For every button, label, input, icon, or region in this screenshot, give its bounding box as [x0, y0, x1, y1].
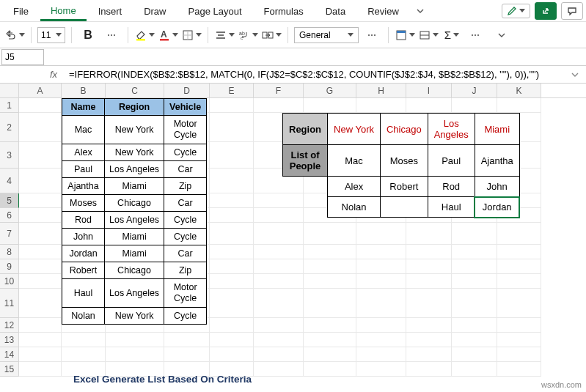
cell[interactable] [164, 333, 210, 347]
table-cell[interactable]: Moses [62, 195, 105, 212]
cell[interactable] [210, 245, 254, 259]
cell[interactable] [304, 98, 356, 113]
cell[interactable] [254, 347, 304, 362]
cell[interactable] [356, 223, 406, 245]
cell[interactable] [406, 289, 452, 318]
tabs-more-icon[interactable] [411, 3, 430, 19]
table-cell[interactable]: Nolan [62, 308, 105, 325]
cell[interactable] [406, 245, 452, 259]
cell[interactable] [452, 362, 497, 377]
cell[interactable] [19, 318, 62, 333]
column-header[interactable]: K [497, 84, 541, 97]
cell[interactable] [254, 245, 304, 259]
cell[interactable] [19, 274, 62, 289]
cell[interactable] [356, 259, 406, 274]
cell[interactable] [304, 347, 356, 362]
cell[interactable] [497, 362, 541, 377]
table-cell[interactable]: Ajantha [475, 145, 519, 177]
cell[interactable] [497, 223, 541, 245]
column-header[interactable]: B [62, 84, 106, 97]
cell[interactable] [452, 333, 497, 347]
cell[interactable] [210, 169, 254, 193]
cell[interactable] [406, 362, 452, 377]
table-cell[interactable]: Haul [62, 279, 105, 308]
tab-review[interactable]: Review [357, 1, 409, 20]
tab-home[interactable]: Home [40, 1, 87, 21]
cell[interactable] [304, 362, 356, 377]
cell[interactable] [452, 245, 497, 259]
row-header[interactable]: 3 [0, 142, 19, 169]
cell[interactable] [304, 318, 356, 333]
cell[interactable] [497, 245, 541, 259]
column-header[interactable]: D [164, 84, 210, 97]
cell[interactable] [452, 223, 497, 245]
column-header[interactable]: J [452, 84, 497, 97]
cell[interactable] [106, 333, 164, 347]
cell[interactable] [210, 223, 254, 245]
table-cell[interactable]: Nolan [328, 197, 381, 218]
row-header[interactable]: 15 [0, 362, 19, 377]
table-cell[interactable]: Miami [105, 229, 164, 245]
table-cell[interactable]: New York [105, 116, 164, 144]
table-cell[interactable]: Los Angeles [105, 161, 164, 178]
cell[interactable] [106, 347, 164, 362]
row-header[interactable]: 13 [0, 333, 19, 347]
cell[interactable] [497, 347, 541, 362]
row-header[interactable]: 14 [0, 347, 19, 362]
cell[interactable] [210, 193, 254, 208]
tab-formulas[interactable]: Formulas [254, 1, 314, 20]
tab-draw[interactable]: Draw [133, 1, 176, 20]
cell[interactable] [452, 318, 497, 333]
cell[interactable] [210, 113, 254, 142]
cell[interactable] [304, 289, 356, 318]
cell[interactable] [406, 259, 452, 274]
cell[interactable] [210, 142, 254, 169]
table-cell[interactable]: Mac [328, 145, 381, 177]
table-cell[interactable]: Rod [62, 212, 105, 229]
row-header[interactable]: 12 [0, 318, 19, 333]
cell[interactable] [19, 113, 62, 142]
cell[interactable] [210, 259, 254, 274]
tab-file[interactable]: File [3, 1, 39, 20]
cell[interactable] [304, 333, 356, 347]
cell[interactable] [210, 347, 254, 362]
table-cell[interactable]: Jordan [475, 197, 519, 218]
cell[interactable] [210, 98, 254, 113]
column-header[interactable]: A [19, 84, 62, 97]
table-cell[interactable]: Alex [62, 144, 105, 161]
table-cell[interactable]: Paul [62, 161, 105, 178]
table-cell[interactable]: New York [105, 144, 164, 161]
fill-color-button[interactable] [134, 26, 155, 45]
cell[interactable] [62, 333, 106, 347]
source-table[interactable]: NameRegionVehicle MacNew YorkMotorCycleA… [62, 98, 207, 325]
row-header[interactable]: 5 [0, 193, 19, 208]
column-header[interactable]: F [254, 84, 304, 97]
table-cell[interactable] [380, 197, 428, 218]
cell[interactable] [406, 318, 452, 333]
cell[interactable] [452, 347, 497, 362]
city-header[interactable]: Chicago [380, 114, 428, 145]
cell[interactable] [254, 259, 304, 274]
table-cell[interactable]: Ajantha [62, 178, 105, 195]
mode-toggle[interactable] [502, 4, 530, 18]
select-all-corner[interactable] [0, 84, 19, 97]
table-cell[interactable]: Cycle [164, 144, 207, 161]
cell[interactable] [19, 98, 62, 113]
table-cell[interactable]: Cycle [164, 308, 207, 325]
cell[interactable] [356, 333, 406, 347]
table-cell[interactable]: Cycle [164, 229, 207, 245]
share-button[interactable] [535, 2, 557, 20]
column-header[interactable]: E [210, 84, 254, 97]
row-header[interactable]: 9 [0, 259, 19, 274]
cell[interactable] [356, 318, 406, 333]
cell[interactable] [452, 259, 497, 274]
row-header[interactable]: 7 [0, 223, 19, 245]
cell[interactable] [356, 289, 406, 318]
table-cell[interactable]: Rod [428, 177, 475, 197]
cell[interactable] [356, 98, 406, 113]
cell[interactable] [19, 362, 62, 377]
undo-button[interactable] [4, 26, 25, 45]
number-more-button[interactable]: ⋯ [362, 26, 382, 45]
table-cell[interactable]: Moses [380, 145, 428, 177]
editing-more-button[interactable]: ⋯ [465, 26, 486, 45]
